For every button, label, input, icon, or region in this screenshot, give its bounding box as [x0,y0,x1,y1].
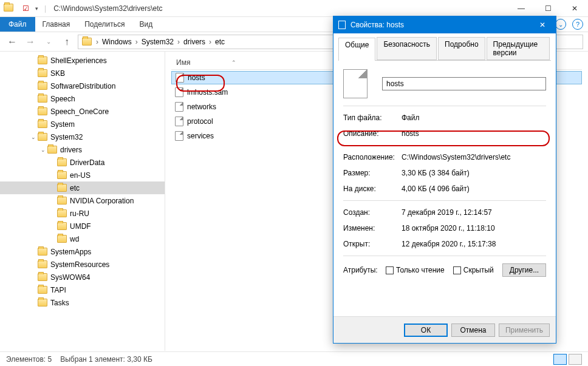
folder-icon [47,146,57,154]
tab-content-general: Тип файла:Файл Описание:hosts Расположен… [338,61,551,293]
expander-icon[interactable]: ⌄ [39,147,47,153]
folder-icon [4,4,16,13]
tab-previous[interactable]: Предыдущие версии [487,37,550,60]
file-name: protocol [187,117,213,126]
file-icon [175,117,183,126]
tree-item-system32[interactable]: ⌄System32 [0,130,165,143]
breadcrumb-item[interactable]: drivers [181,38,208,46]
tree-item-label: etc [70,184,80,192]
tree-item-speech-onecore[interactable]: Speech_OneCore [0,105,165,118]
apply-button[interactable]: Применить [499,324,550,337]
folder-icon [38,133,47,141]
tree-item-ru-ru[interactable]: ru-RU [0,207,165,220]
breadcrumb-sep[interactable]: › [134,38,139,46]
checkbox-readonly[interactable] [386,266,394,274]
file-type-icon [343,69,368,98]
tree-item-label: drivers [60,146,82,154]
qat-separator: | [44,4,46,13]
ribbon-home-tab[interactable]: Главная [35,17,78,32]
tree-item-skb[interactable]: SKB [0,67,165,80]
checkbox-hidden[interactable] [453,266,461,274]
tree-item-label: Speech [50,95,75,103]
tree-item-etc[interactable]: etc [0,181,165,194]
breadcrumb-sep[interactable]: › [208,38,213,46]
close-button[interactable]: ✕ [561,0,588,17]
label-ondisk: На диске: [343,185,402,193]
label-description: Описание: [343,129,402,138]
qat-dropdown-icon[interactable]: ▾ [35,5,38,12]
maximize-button[interactable]: ☐ [535,0,561,17]
status-selection: Выбран 1 элемент: 3,30 КБ [60,355,152,364]
breadcrumb-sep[interactable]: › [95,38,100,46]
breadcrumb-sep[interactable]: › [176,38,181,46]
dialog-close-button[interactable]: ✕ [529,16,556,33]
nav-back-button[interactable]: ← [5,35,19,49]
cancel-button[interactable]: Отмена [451,324,495,337]
value-description: hosts [402,129,546,138]
folder-icon [57,184,67,192]
nav-history-dropdown[interactable]: ⌄ [41,35,56,49]
folder-icon [57,235,67,243]
expand-ribbon-icon[interactable]: ⌄ [555,19,566,30]
tree-item-driverdata[interactable]: DriverData [0,156,165,169]
tree-item-tapi[interactable]: TAPI [0,283,165,296]
tree-item-softwaredistribution[interactable]: SoftwareDistribution [0,80,165,92]
folder-tree[interactable]: ShellExperiencesSKBSoftwareDistributionS… [0,52,165,351]
help-icon[interactable]: ? [572,19,583,30]
folder-icon [57,158,67,166]
tree-item-en-us[interactable]: en-US [0,169,165,181]
view-details-button[interactable] [553,354,567,365]
tree-item-speech[interactable]: Speech [0,92,165,105]
tree-item-label: wd [70,235,79,243]
view-icons-button[interactable] [569,354,582,365]
value-created: 7 декабря 2019 г., 12:14:57 [402,208,546,217]
qat-checkbox-icon[interactable]: ☑ [22,4,29,13]
filename-input[interactable] [382,77,546,90]
value-ondisk: 4,00 КБ (4 096 байт) [402,185,546,193]
tree-item-nvidia-corporation[interactable]: NVIDIA Corporation [0,194,165,207]
tree-item-label: System32 [50,133,83,141]
ribbon-view-tab[interactable]: Вид [132,17,160,32]
tree-item-tasks[interactable]: Tasks [0,296,165,309]
file-name: networks [187,103,216,111]
tab-details[interactable]: Подробно [438,37,485,60]
dialog-file-icon [338,21,346,29]
folder-icon [38,95,47,103]
column-name[interactable]: Имя [171,58,195,67]
tree-item-umdf[interactable]: UMDF [0,220,165,232]
tree-item-shellexperiences[interactable]: ShellExperiences [0,54,165,67]
tree-item-systemapps[interactable]: SystemApps [0,245,165,258]
breadcrumb-item[interactable]: Windows [100,38,134,46]
file-icon [176,73,184,83]
folder-icon [38,248,47,256]
tab-general[interactable]: Общие [338,38,375,61]
breadcrumb-item[interactable]: etc [213,38,227,46]
tree-item-label: SysWOW64 [50,273,90,282]
tab-security[interactable]: Безопасность [377,37,437,60]
tree-item-systemresources[interactable]: SystemResources [0,258,165,271]
dialog-titlebar[interactable]: Свойства: hosts ✕ [333,16,556,33]
tree-item-label: DriverData [70,158,104,167]
tree-item-label: ru-RU [70,209,89,218]
label-accessed: Открыт: [343,240,402,248]
nav-forward-button[interactable]: → [23,35,38,49]
file-name: lmhosts.sam [187,88,228,97]
ribbon-file-tab[interactable]: Файл [0,17,35,32]
breadcrumb-item[interactable]: System32 [139,38,176,46]
minimize-button[interactable]: — [508,0,535,17]
tree-item-wd[interactable]: wd [0,232,165,245]
window-title: C:\Windows\System32\drivers\etc [53,4,162,13]
tree-item-drivers[interactable]: ⌄drivers [0,143,165,156]
other-attrs-button[interactable]: Другие... [502,263,546,277]
nav-up-button[interactable]: ↑ [60,35,74,49]
file-icon [175,102,183,112]
tree-item-label: SoftwareDistribution [50,82,115,90]
properties-dialog: Свойства: hosts ✕ Общие Безопасность Под… [333,16,556,344]
expander-icon[interactable]: ⌄ [29,134,38,140]
ribbon-share-tab[interactable]: Поделиться [77,17,132,32]
ok-button[interactable]: ОК [404,324,448,337]
folder-icon [38,286,47,294]
label-readonly: Только чтение [396,266,445,274]
tree-item-syswow64[interactable]: SysWOW64 [0,271,165,283]
tree-item-system[interactable]: System [0,118,165,130]
